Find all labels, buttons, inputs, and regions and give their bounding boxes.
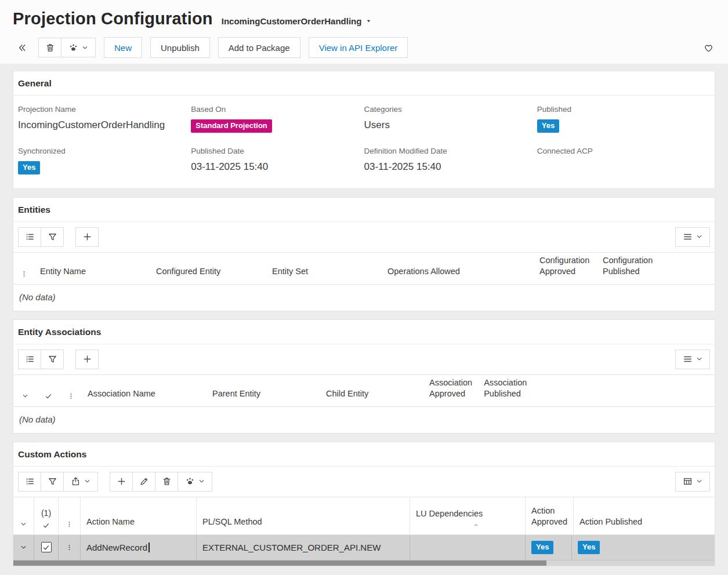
column-header-association-name[interactable]: Association Name — [82, 375, 207, 406]
list-icon — [24, 476, 35, 487]
custom-action-row[interactable]: AddNewRecord EXTERNAL_CUSTOMER_ORDER_API… — [13, 535, 715, 561]
custom-actions-table-header: (1) Action Name PL/SQL Method LU Depende… — [13, 497, 715, 535]
field-label: Published — [537, 105, 710, 114]
chevrons-left-icon — [16, 42, 27, 53]
chevron-down-icon — [20, 544, 27, 551]
check-icon — [45, 392, 52, 400]
favorite-button[interactable] — [702, 42, 715, 53]
column-header-lu-dependencies[interactable]: LU Dependencies — [410, 497, 526, 534]
record-commands-group — [38, 38, 96, 57]
field-categories: Categories Users — [364, 105, 537, 133]
column-header-action-approved[interactable]: Action Approved — [526, 497, 574, 534]
published-badge: Yes — [537, 119, 559, 133]
paw-icon — [184, 476, 195, 487]
page-content: General Projection Name IncomingCustomer… — [0, 64, 728, 574]
trash-icon — [45, 42, 56, 53]
collapse-toolbar-button[interactable] — [13, 38, 30, 57]
column-header-action-name[interactable]: Action Name — [81, 497, 197, 534]
chevron-down-icon — [84, 478, 91, 485]
list-view-button[interactable] — [18, 350, 41, 369]
action-published-badge: Yes — [578, 541, 600, 554]
row-select-cell[interactable] — [34, 535, 59, 560]
associations-view-group — [18, 350, 64, 369]
column-header-entity-name[interactable]: Entity Name — [34, 253, 150, 284]
edit-action-button[interactable] — [132, 472, 155, 492]
column-header-association-approved[interactable]: Association Approved — [423, 375, 478, 406]
row-expand-cell[interactable] — [13, 535, 34, 560]
delete-button[interactable] — [38, 38, 61, 57]
entity-associations-toolbar — [13, 344, 715, 374]
field-value: 03-11-2025 15:40 — [191, 161, 364, 173]
column-header-label: LU Dependencies — [416, 508, 483, 520]
delete-action-button[interactable] — [155, 472, 178, 492]
list-view-button[interactable] — [18, 227, 41, 247]
add-entity-button[interactable] — [75, 227, 99, 247]
entities-section-title: Entities — [13, 198, 715, 222]
chevron-down-icon — [696, 355, 703, 363]
filter-button[interactable] — [41, 227, 64, 247]
entities-view-group — [18, 227, 64, 247]
column-header-action-published[interactable]: Action Published — [574, 497, 715, 534]
header-expand-cell[interactable] — [13, 375, 37, 406]
add-action-button[interactable] — [110, 472, 133, 492]
action-name-cell[interactable]: AddNewRecord — [81, 535, 197, 560]
row-kebab-cell[interactable] — [59, 535, 81, 560]
associations-view-menu-button[interactable] — [675, 350, 710, 369]
unpublish-button[interactable]: Unpublish — [150, 37, 210, 58]
entities-view-menu-button[interactable] — [675, 227, 710, 247]
plus-icon — [82, 354, 93, 365]
projection-selector[interactable]: IncomingCustomerOrderHandling — [222, 16, 372, 26]
paw-icon — [68, 42, 79, 53]
export-button[interactable] — [63, 472, 98, 492]
header-kebab-cell[interactable] — [60, 375, 82, 406]
header-kebab-cell[interactable] — [13, 253, 34, 284]
list-view-button[interactable] — [18, 472, 41, 492]
plus-icon — [82, 231, 93, 242]
column-header-parent-entity[interactable]: Parent Entity — [207, 375, 320, 406]
filter-button[interactable] — [41, 350, 64, 369]
plus-icon — [116, 476, 127, 487]
new-button[interactable]: New — [104, 37, 142, 58]
column-header-plsql-method[interactable]: PL/SQL Method — [197, 497, 410, 534]
row-checkbox[interactable] — [41, 542, 52, 552]
actions-edit-group — [110, 472, 212, 492]
scrollbar-thumb[interactable] — [13, 561, 546, 566]
synchronized-badge: Yes — [18, 161, 40, 174]
header-select-all-cell[interactable] — [37, 375, 60, 406]
add-association-button[interactable] — [75, 350, 99, 369]
general-section: General Projection Name IncomingCustomer… — [13, 71, 715, 189]
horizontal-scrollbar[interactable] — [13, 561, 715, 566]
field-definition-modified-date: Definition Modified Date 03-11-2025 15:4… — [364, 147, 537, 174]
column-header-configuration-published[interactable]: Configuration Published — [597, 253, 660, 284]
plsql-method-cell[interactable]: EXTERNAL_CUSTOMER_ORDER_API.NEW — [197, 535, 410, 560]
entities-toolbar — [13, 222, 715, 252]
column-header-child-entity[interactable]: Child Entity — [320, 375, 423, 406]
header-kebab-cell[interactable] — [59, 497, 81, 534]
custom-actions-section-title: Custom Actions — [13, 442, 715, 467]
table-view-menu-button[interactable] — [675, 472, 710, 492]
column-header-entity-set[interactable]: Entity Set — [266, 253, 382, 284]
chevron-down-icon — [696, 233, 703, 241]
list-icon — [24, 354, 35, 365]
actions-view-group — [18, 472, 98, 492]
filter-button[interactable] — [41, 472, 64, 492]
header-expand-cell[interactable] — [13, 497, 34, 534]
trash-icon — [161, 476, 172, 487]
field-synchronized: Synchronized Yes — [18, 147, 191, 174]
pencil-icon — [139, 476, 150, 487]
kebab-icon — [67, 392, 75, 400]
column-header-association-published[interactable]: Association Published — [478, 375, 533, 406]
header-filler — [533, 375, 715, 406]
view-in-api-explorer-button[interactable]: View in API Explorer — [309, 37, 408, 58]
add-to-package-button[interactable]: Add to Package — [218, 37, 300, 58]
field-label: Projection Name — [18, 105, 191, 114]
lu-dependencies-cell[interactable] — [410, 535, 526, 560]
quick-actions-button[interactable] — [178, 472, 212, 492]
header-select-all-cell[interactable]: (1) — [34, 497, 59, 534]
column-header-configured-entity[interactable]: Configured Entity — [150, 253, 266, 284]
column-header-configuration-approved[interactable]: Configuration Approved — [534, 253, 597, 284]
field-connected-acp: Connected ACP — [537, 147, 710, 174]
quick-actions-button[interactable] — [61, 38, 96, 57]
chevron-down-icon — [81, 44, 89, 52]
column-header-operations-allowed[interactable]: Operations Allowed — [382, 253, 534, 284]
